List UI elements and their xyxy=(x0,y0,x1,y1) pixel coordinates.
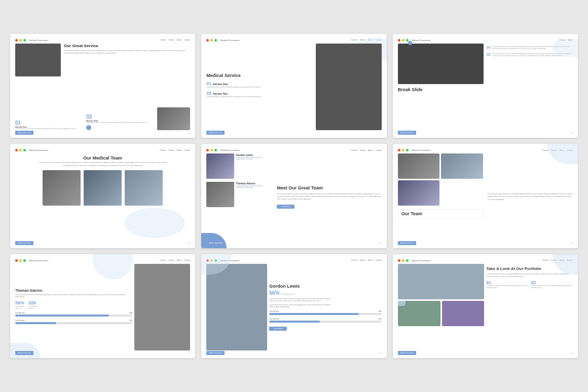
team-photo-6-2 xyxy=(441,153,483,179)
gordon-pct: 56% lorem ipsum dolor sit xyxy=(269,290,381,296)
slide-3: Medical Presentation Settings About Brea… xyxy=(393,34,578,138)
team-photo-1 xyxy=(43,170,81,206)
slide-6-desc: Lorem ipsum dolor sit amet, consectetur … xyxy=(488,193,573,201)
slide-8-nav: Content Service About Contact xyxy=(351,259,382,261)
slide-2-heading: Medical Service xyxy=(206,73,313,78)
slide-1-bottom: 01 Service One Lorem ipsum dolor sit ame… xyxy=(15,107,190,130)
slide-1-heading: Our Great Service xyxy=(64,44,190,48)
slide-7-footer-btn[interactable]: Website Goes Here xyxy=(15,351,33,355)
slide-6-photo-grid xyxy=(398,153,483,206)
person-card-gordon: Gordon Lewis Lorem ipsum dolor sit amet … xyxy=(206,153,272,179)
gordon-fill-2 xyxy=(269,321,320,323)
slide-9-desc: Lorem ipsum dolor sit amet, consectetur … xyxy=(486,273,573,277)
slide-3-footer-btn[interactable]: Website Goes Here xyxy=(398,131,416,135)
portfolio-top-img xyxy=(398,264,485,299)
gordon-track-1 xyxy=(269,313,381,315)
dot-yellow-2 xyxy=(210,39,213,42)
thomas-desc: Lorem ipsum dolor sit amet, consectetur … xyxy=(15,294,132,298)
stat-2: 32k Lorem ipsum dolor sit xyxy=(28,300,37,309)
slide-3-top-img xyxy=(398,44,484,84)
dot-yellow-6 xyxy=(402,149,405,151)
slide-2-header: Medical Presentation Content Service Abo… xyxy=(206,39,381,42)
slide-4-title-bar: Medical Presentation xyxy=(29,149,48,151)
gordon-info: Gordon Lewis Lorem ipsum dolor sit amet … xyxy=(236,153,272,161)
slide-8: Medical Presentation Content Service Abo… xyxy=(201,254,386,358)
slides-grid: Medical Presentation Content Service Abo… xyxy=(10,34,578,359)
slide-6: Medical Presentation Content Service Abo… xyxy=(393,144,578,248)
slide-2-service1: 01 Service One Lorem ipsum dolor sit ame… xyxy=(206,81,313,88)
slide-5-footer-btn[interactable]: Website Goes Here xyxy=(206,241,225,245)
slide-3-left: Break Slide xyxy=(398,44,484,131)
gordon-desc: Lorem ipsum dolor sit amet, consectetur … xyxy=(269,298,335,302)
slide-1-main: Our Great Service Lorem ipsum dolor sit … xyxy=(15,44,190,104)
slide-9-footer: Website Goes Here 24 xyxy=(398,351,573,355)
team-photo-6-1 xyxy=(398,153,440,179)
slide-9-footer-btn[interactable]: Website Goes Here xyxy=(398,351,416,355)
slide-6-right: Lorem ipsum dolor sit amet, consectetur … xyxy=(485,153,573,241)
progress-track-1 xyxy=(15,315,132,317)
slide-9-items: 01 Lorem ipsum dolor sit amet consectetu… xyxy=(486,280,573,289)
slide-2-footer-btn[interactable]: Website Goes Here xyxy=(206,131,225,135)
slide-7-title-bar: Medical Presentation xyxy=(29,259,48,262)
slide-9-title-bar: Medical Presentation xyxy=(412,259,431,262)
slide-2-left: Medical Service 01 Service One Lorem ips… xyxy=(206,44,313,130)
slide-1-body: Lorem ipsum dolor sit amet, consectetur … xyxy=(64,50,190,55)
dot-yellow-4 xyxy=(19,149,22,151)
portfolio-bottom-row xyxy=(398,301,485,326)
slide-7-footer: Website Goes Here 22 xyxy=(15,351,190,355)
dot-yellow-3 xyxy=(402,39,405,42)
slide-8-footer-btn[interactable]: Website Goes Here xyxy=(206,351,225,355)
slide-6-left: Our Team xyxy=(398,153,483,241)
slide-4-footer-btn[interactable]: Website Goes Here xyxy=(15,241,33,245)
blue-dot-accent xyxy=(408,41,412,45)
dot-green-6 xyxy=(406,149,409,151)
slide-8-header: Medical Presentation Content Service Abo… xyxy=(206,259,381,262)
gordon-progress-2: Test Title Here 45% xyxy=(269,318,381,323)
dot-green-7 xyxy=(23,259,26,262)
slide-4-content: Our Medical Team Lorem ipsum dolor sit a… xyxy=(15,153,190,240)
dot-green-3 xyxy=(406,39,409,42)
slide-1-footer-btn[interactable]: Website Goes Here xyxy=(15,131,33,135)
slide-9-main: Take A Look At Our Portfolio Lorem ipsum… xyxy=(398,264,573,351)
slide-1-bottom-img xyxy=(157,107,190,130)
dot-green-5 xyxy=(214,149,217,151)
blue-circle xyxy=(86,125,91,130)
dot-yellow-7 xyxy=(19,259,22,262)
dot-yellow-9 xyxy=(402,259,405,262)
slide-4: Medical Presentation Content Service Abo… xyxy=(10,144,195,248)
learn-more-btn-5[interactable]: Learn More xyxy=(277,205,295,209)
slide-2-main: Medical Service 01 Service One Lorem ips… xyxy=(206,44,381,130)
slide-3-footer: Website Goes Here 18 xyxy=(398,131,573,135)
dot-red-2 xyxy=(206,39,209,42)
dot-red-4 xyxy=(15,149,18,151)
slide-8-footer: Website Goes Here 23 xyxy=(206,351,381,355)
slide-1-image xyxy=(15,44,61,76)
slide-3-title-bar: Medical Presentation xyxy=(412,39,431,42)
slide-3-right: 01 Lorem ipsum dolor sit amet consectetu… xyxy=(487,44,573,131)
slide-5-right: Meet Our Great Team Lorem ipsum dolor si… xyxy=(274,153,381,240)
learn-more-btn-8[interactable]: Learn More xyxy=(269,327,287,331)
thomas-stats: 56% Lorem ipsum dolor sit 32k Lorem ipsu… xyxy=(15,300,132,309)
dot-red xyxy=(15,39,18,42)
gordon-photo xyxy=(206,153,234,179)
slide-6-footer: Website Goes Here 21 xyxy=(398,241,573,245)
slide-4-header: Medical Presentation Content Service Abo… xyxy=(15,149,190,151)
gordon-photo-big xyxy=(206,264,267,350)
slide-5-desc: Lorem ipsum dolor sit amet, consectetur … xyxy=(277,193,381,201)
gordon-progress-1: Test Title Here 80% xyxy=(269,310,381,315)
gordon-desc2: Lorem ipsum dolor sit amet, consectetur … xyxy=(269,304,335,308)
dot-red-5 xyxy=(206,149,209,151)
slide-5-title: Meet Our Great Team xyxy=(277,185,381,190)
gordon-fill-1 xyxy=(269,313,359,315)
slide-5-header: Medical Presentation Content Service Abo… xyxy=(206,149,381,151)
slide-1-footer: Website Goes Here 16 xyxy=(15,131,190,135)
progress-fill-1 xyxy=(15,315,109,317)
thomas-photo-big xyxy=(134,264,190,350)
slide-2-footer: Website Goes Here 17 xyxy=(206,131,381,135)
slide-4-desc: Lorem ipsum dolor sit amet, consectetur … xyxy=(37,162,169,167)
slide-5-footer: Website Goes Here 20 xyxy=(206,241,381,245)
slide-9-right: Take A Look At Our Portfolio Lorem ipsum… xyxy=(486,264,573,351)
slide-6-footer-btn[interactable]: Website Goes Here xyxy=(398,241,416,245)
team-photo-2 xyxy=(84,170,122,206)
slide-6-title-bar: Medical Presentation xyxy=(412,149,431,151)
